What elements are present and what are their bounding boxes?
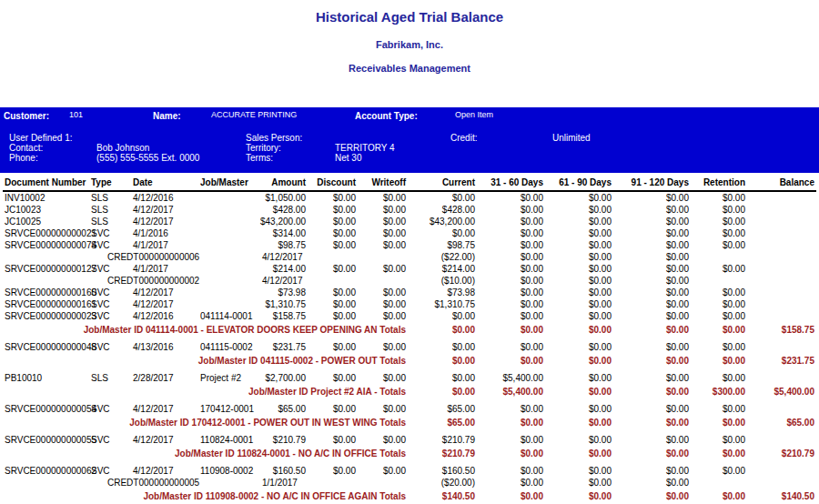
account-type-value: Open Item: [455, 110, 493, 119]
cell-total-91-120-days: $0.00: [613, 322, 691, 336]
table-row-doc: SRVCE000000000062SVC4/12/2017110908-0002…: [3, 465, 816, 477]
cell-writeoff: $0.00: [358, 403, 408, 415]
cell-document-number: [3, 275, 89, 287]
cell-amount: $428.00: [258, 204, 308, 216]
table-row-total: Job/Master ID 110824-0001 - NO A/C IN OF…: [3, 446, 816, 459]
cell-total-current: $140.50: [408, 489, 477, 502]
cell-total-31-60-days: $0.00: [477, 415, 545, 428]
cell-total-61-90-days: $0.00: [545, 322, 613, 336]
terms-value: Net 30: [335, 153, 361, 163]
cell-job-master: 110908-0002: [189, 465, 258, 477]
cell-writeoff: $0.00: [358, 372, 408, 384]
cell-total-balance: $158.75: [747, 322, 816, 336]
cell-type: SVC: [89, 298, 131, 310]
cell-credit-document: CREDT000000000002: [89, 275, 189, 287]
cell-discount: $0.00: [308, 372, 358, 384]
cell-discount: $0.00: [308, 239, 358, 251]
cell-credit-document: CREDT000000000006: [89, 251, 189, 263]
cell-document-number: INV10002: [3, 191, 89, 204]
cell-credit-apply-date: 4/12/2017: [189, 275, 308, 287]
cell-document-number: SRVCE000000000161: [3, 298, 89, 310]
table-row-credit: CREDT0000000000051/1/2017($20.00)$0.00$0…: [3, 477, 816, 489]
cell-type: SVC: [89, 287, 131, 298]
cell-balance: [747, 227, 816, 239]
table-row-doc: SRVCE000000000021SVC4/1/2016$314.00$0.00…: [3, 227, 816, 239]
cell-date: 4/1/2017: [131, 239, 189, 251]
cell-discount: $0.00: [308, 287, 358, 298]
cell-balance: [747, 298, 816, 310]
cell-balance: [747, 372, 816, 384]
name-label: Name:: [153, 111, 181, 121]
cell-job-master: [189, 298, 258, 310]
cell-job-master: [189, 216, 258, 227]
cell-document-number: [3, 251, 89, 263]
cell-31-60-days: $0.00: [477, 227, 545, 239]
cell-balance: [747, 204, 816, 216]
phone-value: (555) 555-5555 Ext. 0000: [96, 153, 199, 163]
cell-date: 4/12/2017: [131, 434, 189, 446]
cell-current: ($20.00): [408, 477, 477, 489]
cell-type: SVC: [89, 310, 131, 322]
cell-amount: $73.98: [258, 287, 308, 298]
territory-label: Territory:: [246, 143, 281, 153]
cell-job-master: Project #2: [189, 372, 258, 384]
report-title: Historical Aged Trial Balance: [0, 0, 819, 25]
table-row-doc: SRVCE000000000054SVC4/12/2017170412-0001…: [3, 403, 816, 415]
cell-91-120-days: $0.00: [613, 341, 691, 353]
cell-credit-apply-date: 1/1/2017: [189, 477, 308, 489]
cell-91-120-days: $0.00: [613, 204, 691, 216]
cell-61-90-days: $0.00: [545, 434, 613, 446]
cell-total-91-120-days: $0.00: [613, 384, 691, 398]
cell-amount: $158.75: [258, 310, 308, 322]
table-row-doc: SRVCE000000000127SVC4/1/2017$214.00$0.00…: [3, 263, 816, 275]
cell-amount: $314.00: [258, 227, 308, 239]
cell-writeoff: $0.00: [358, 287, 408, 298]
cell-job-master: 110824-0001: [189, 434, 258, 446]
credit-label: Credit:: [450, 133, 477, 143]
cell-31-60-days: $0.00: [477, 434, 545, 446]
cell-writeoff: $0.00: [358, 434, 408, 446]
cell-job-master: [189, 191, 258, 204]
cell-writeoff: $0.00: [358, 298, 408, 310]
cell-31-60-days: $0.00: [477, 191, 545, 204]
cell-totals-label: Job/Master ID 041114-0001 - ELEVATOR DOO…: [3, 322, 408, 336]
cell-totals-label: Job/Master ID Project #2 AIA - Totals: [3, 384, 408, 398]
cell-total-retention: $0.00: [691, 353, 747, 367]
cell-type: SVC: [89, 434, 131, 446]
cell-document-number: [3, 477, 89, 489]
cell-amount: $1,310.75: [258, 298, 308, 310]
cell-balance: [747, 191, 816, 204]
cell-amount: $160.50: [258, 465, 308, 477]
cell-retention: [691, 275, 747, 287]
cell-61-90-days: $0.00: [545, 275, 613, 287]
cell-job-master: 170412-0001: [189, 403, 258, 415]
cell-total-current: $0.00: [408, 353, 477, 367]
phone-label: Phone:: [9, 153, 38, 163]
cell-current: $0.00: [408, 372, 477, 384]
cell-total-balance: $210.79: [747, 446, 816, 459]
cell-type: SVC: [89, 239, 131, 251]
cell-61-90-days: $0.00: [545, 403, 613, 415]
table-header-row: Document Number Type Date Job/Master Amo…: [3, 176, 816, 191]
cell-91-120-days: $0.00: [613, 287, 691, 298]
cell-writeoff: $0.00: [358, 227, 408, 239]
cell-document-number: JC10025: [3, 216, 89, 227]
cell-total-31-60-days: $5,400.00: [477, 384, 545, 398]
cell-job-master: 041115-0002: [189, 341, 258, 353]
cell-balance: [747, 239, 816, 251]
cell-discount: $0.00: [308, 191, 358, 204]
cell-31-60-days: $0.00: [477, 298, 545, 310]
cell-retention: $0.00: [691, 204, 747, 216]
cell-91-120-days: $0.00: [613, 239, 691, 251]
cell-balance: [747, 287, 816, 298]
table-row-total: Job/Master ID 041115-0002 - POWER OUT To…: [3, 353, 816, 367]
cell-retention: $0.00: [691, 465, 747, 477]
cell-amount: $214.00: [258, 263, 308, 275]
cell-retention: $0.00: [691, 310, 747, 322]
cell-31-60-days: $0.00: [477, 287, 545, 298]
col-job-master: Job/Master: [189, 176, 258, 191]
col-current: Current: [408, 176, 477, 191]
cell-retention: $0.00: [691, 434, 747, 446]
cell-balance: [747, 341, 816, 353]
cell-date: 2/28/2017: [131, 372, 189, 384]
